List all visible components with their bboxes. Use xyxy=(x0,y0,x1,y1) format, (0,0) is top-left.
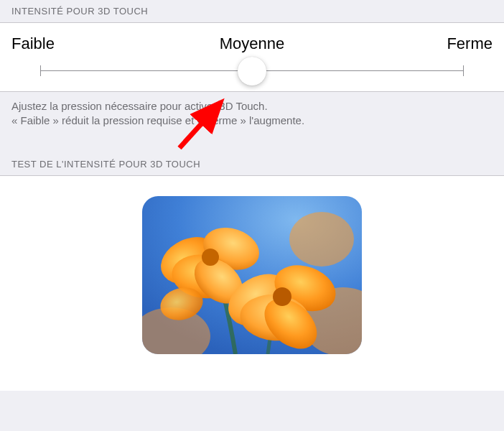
flower-image xyxy=(142,196,362,354)
svg-point-13 xyxy=(273,287,291,306)
slider-thumb[interactable] xyxy=(238,57,266,85)
intensity-footer-text: Ajustez la pression nécessaire pour acti… xyxy=(0,92,504,146)
test-panel xyxy=(0,175,504,391)
footer-line-1: Ajustez la pression nécessaire pour acti… xyxy=(11,100,268,112)
intensity-slider-panel: Faible Moyenne Ferme xyxy=(0,22,504,92)
slider-tick-right xyxy=(463,65,464,76)
test-section-header: TEST DE L'INTENSITÉ POUR 3D TOUCH xyxy=(0,146,504,175)
svg-point-1 xyxy=(289,212,354,267)
slider-track[interactable] xyxy=(40,70,464,71)
svg-point-8 xyxy=(202,249,219,266)
slider-labels-row: Faible Moyenne Ferme xyxy=(11,34,493,53)
slider-label-high: Ferme xyxy=(332,34,493,53)
intensity-section-header: INTENSITÉ POUR 3D TOUCH xyxy=(0,0,504,22)
slider-label-mid: Moyenne xyxy=(172,34,332,53)
test-image-bubble[interactable] xyxy=(142,196,362,354)
footer-line-2: « Faible » réduit la pression requise et… xyxy=(11,114,304,126)
slider-tick-left xyxy=(40,65,41,76)
slider-label-low: Faible xyxy=(11,34,172,53)
